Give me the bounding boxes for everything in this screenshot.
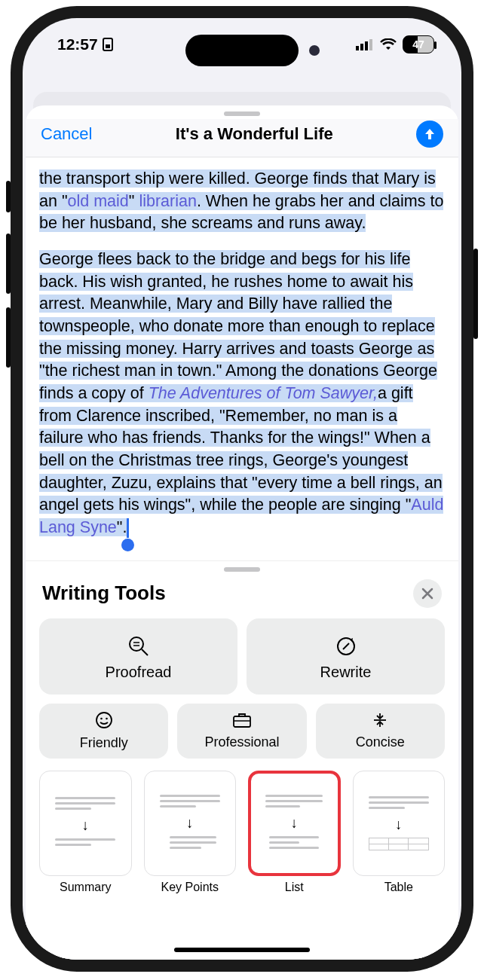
text-segment: ": [129, 192, 139, 210]
submit-button[interactable]: [416, 121, 443, 148]
phone-frame: 12:57 47 Cancel It's a Wonderful Li: [11, 6, 473, 972]
key-points-button[interactable]: ↓ Key Points: [144, 771, 237, 895]
phone-screen: 12:57 47 Cancel It's a Wonderful Li: [23, 18, 461, 960]
table-button[interactable]: ↓ Table: [353, 771, 446, 895]
concise-button[interactable]: Concise: [316, 704, 445, 759]
svg-point-12: [96, 713, 112, 728]
format-label: List: [285, 881, 304, 894]
link-librarian[interactable]: librarian: [139, 192, 196, 210]
table-icon: [369, 838, 429, 850]
magnifier-icon: [127, 635, 150, 658]
battery-icon: 47: [403, 35, 434, 53]
format-label: Summary: [60, 881, 111, 894]
proofread-button[interactable]: Proofread: [39, 618, 237, 695]
text-segment: a gift from Clarence inscribed, "Remembe…: [39, 384, 443, 514]
close-button[interactable]: [413, 579, 442, 608]
rewrite-button[interactable]: Rewrite: [247, 618, 445, 695]
svg-rect-4: [365, 41, 368, 50]
smile-icon: [95, 711, 113, 729]
link-tom-sawyer[interactable]: The Adventures of Tom Sawyer,: [149, 384, 378, 402]
text-segment: George flees back to the bridge and begs…: [39, 250, 437, 402]
tile-label: Friendly: [80, 735, 128, 751]
sim-icon: [103, 38, 113, 51]
format-label: Table: [384, 881, 413, 894]
tile-label: Concise: [356, 734, 405, 750]
arrow-up-icon: [423, 127, 437, 141]
tile-label: Professional: [204, 734, 279, 750]
arrow-down-icon: ↓: [82, 817, 90, 834]
cancel-button[interactable]: Cancel: [41, 124, 92, 144]
document-content[interactable]: the transport ship were killed. George f…: [26, 157, 458, 560]
panel-grabber[interactable]: [224, 567, 260, 572]
arrow-down-icon: ↓: [186, 815, 194, 832]
svg-point-14: [106, 717, 108, 719]
writing-tools-title: Writing Tools: [42, 582, 166, 605]
svg-rect-5: [369, 39, 372, 50]
close-icon: [421, 588, 433, 600]
arrow-down-icon: ↓: [395, 817, 403, 833]
link-old-maid[interactable]: old maid: [68, 192, 129, 210]
rewrite-icon: [335, 635, 357, 658]
home-indicator[interactable]: [174, 948, 310, 952]
editor-sheet: Cancel It's a Wonderful Life the transpo…: [26, 105, 458, 960]
professional-button[interactable]: Professional: [177, 704, 306, 759]
sheet-title: It's a Wonderful Life: [176, 124, 333, 144]
svg-rect-3: [360, 44, 363, 50]
status-time: 12:57: [57, 35, 98, 53]
text-cursor[interactable]: [127, 518, 129, 538]
tile-label: Rewrite: [320, 664, 372, 681]
sheet-header: Cancel It's a Wonderful Life: [26, 119, 458, 157]
text-segment: ".: [117, 518, 127, 536]
arrow-down-icon: ↓: [291, 815, 299, 832]
svg-point-6: [130, 637, 143, 651]
writing-tools-panel: Writing Tools Proofread Rewrite: [26, 560, 458, 960]
svg-rect-2: [356, 46, 359, 50]
briefcase-icon: [232, 712, 252, 728]
svg-rect-1: [106, 44, 110, 48]
svg-line-7: [142, 649, 148, 655]
svg-rect-15: [234, 716, 250, 727]
friendly-button[interactable]: Friendly: [39, 704, 168, 759]
sheet-grabber[interactable]: [224, 111, 260, 116]
cellular-icon: [356, 38, 374, 50]
summary-button[interactable]: ↓ Summary: [39, 771, 132, 895]
wifi-icon: [380, 38, 397, 50]
svg-point-13: [100, 717, 103, 719]
dynamic-island: [185, 35, 299, 66]
tile-label: Proofread: [106, 664, 172, 681]
format-label: Key Points: [161, 881, 219, 894]
svg-line-11: [343, 643, 349, 649]
list-button[interactable]: ↓ List: [248, 771, 341, 895]
concise-icon: [371, 712, 389, 728]
